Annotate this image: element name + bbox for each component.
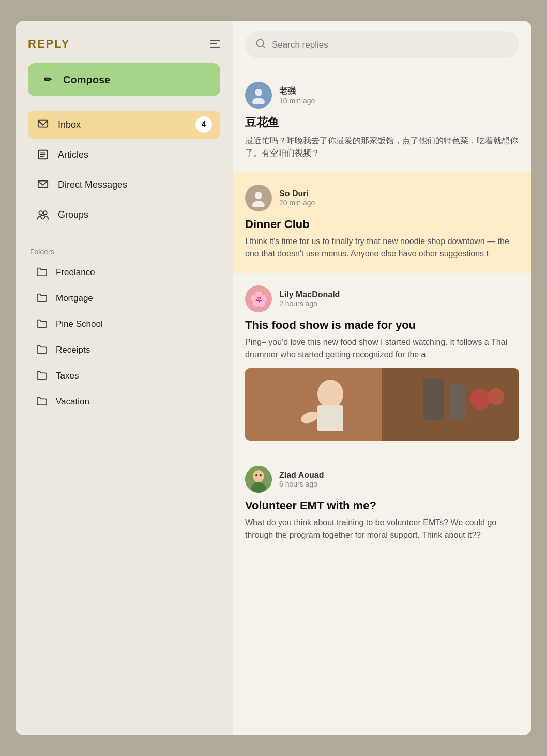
folder-icon	[36, 344, 48, 356]
sender-time: 6 hours ago	[279, 480, 324, 488]
svg-point-28	[260, 474, 262, 476]
search-input-wrap[interactable]	[245, 31, 519, 58]
svg-point-7	[43, 211, 47, 215]
folder-icon	[36, 370, 48, 382]
avatar	[245, 82, 272, 109]
svg-rect-18	[317, 405, 343, 431]
search-bar	[233, 21, 531, 69]
message-preview: What do you think about training to be v…	[245, 517, 519, 541]
sender-info: Lily MacDonald 2 hours ago	[279, 290, 340, 308]
svg-rect-21	[449, 384, 465, 420]
nav-list: Inbox 4 Articles	[28, 111, 220, 229]
message-image	[245, 368, 519, 441]
message-preview: I think it's time for us to finally try …	[245, 235, 519, 260]
inbox-icon	[36, 118, 50, 131]
app-logo: REPLY	[28, 37, 70, 51]
folder-freelance-label: Freelance	[56, 267, 95, 278]
sender-info: Ziad Aouad 6 hours ago	[279, 471, 324, 488]
svg-rect-20	[423, 379, 444, 420]
svg-point-22	[470, 389, 491, 410]
message-header: 🌸 Lily MacDonald 2 hours ago	[245, 285, 519, 312]
svg-point-26	[251, 482, 266, 493]
folder-icon	[36, 318, 48, 330]
inbox-label: Inbox	[58, 119, 81, 130]
svg-point-25	[253, 470, 264, 482]
compose-button[interactable]: ✏ Compose	[28, 63, 220, 96]
articles-icon	[36, 148, 50, 161]
folder-item-mortgage[interactable]: Mortgage	[28, 286, 220, 311]
articles-label: Articles	[58, 149, 88, 160]
folder-item-receipts[interactable]: Receipts	[28, 338, 220, 362]
folder-pine-school-label: Pine School	[56, 319, 103, 329]
message-preview: Ping– you'd love this new food show I st…	[245, 336, 519, 361]
sidebar: REPLY ✏ Compose Inbox 4	[16, 21, 233, 735]
sidebar-item-articles[interactable]: Articles	[28, 141, 220, 169]
message-preview: 最近忙吗？昨晚我去了你最爱的那家饭馆，点了他们的特色菜，吃着就想你了。有空咱们视…	[245, 134, 519, 159]
app-container: REPLY ✏ Compose Inbox 4	[0, 0, 547, 756]
pencil-icon: ✏	[40, 72, 55, 87]
sender-time: 20 min ago	[279, 199, 315, 207]
svg-point-17	[317, 380, 343, 409]
svg-point-6	[39, 211, 42, 215]
message-list: 老强 10 min ago 豆花鱼 最近忙吗？昨晚我去了你最爱的那家饭馆，点了他…	[233, 69, 531, 735]
sender-name: 老强	[279, 86, 315, 97]
sender-info: So Duri 20 min ago	[279, 189, 315, 207]
sender-time: 10 min ago	[279, 97, 315, 105]
folders-section: Folders Freelance Mortgage	[28, 239, 220, 414]
folder-icon	[36, 266, 48, 279]
folder-mortgage-label: Mortgage	[56, 293, 93, 304]
sidebar-item-groups[interactable]: Groups	[28, 201, 220, 229]
folder-icon	[36, 292, 48, 305]
compose-label: Compose	[63, 74, 110, 86]
svg-point-12	[255, 192, 262, 199]
folder-item-pine-school[interactable]: Pine School	[28, 312, 220, 337]
svg-point-23	[488, 388, 504, 405]
folders-heading: Folders	[28, 248, 220, 256]
svg-line-9	[263, 46, 265, 48]
groups-icon	[36, 208, 50, 221]
sender-name: Lily MacDonald	[279, 290, 340, 299]
message-title: This food show is made for you	[245, 319, 519, 332]
main-content: 老强 10 min ago 豆花鱼 最近忙吗？昨晚我去了你最爱的那家饭馆，点了他…	[233, 21, 531, 735]
svg-point-10	[255, 89, 262, 96]
sender-name: Ziad Aouad	[279, 471, 324, 480]
sender-name: So Duri	[279, 189, 315, 199]
message-title: 豆花鱼	[245, 115, 519, 130]
message-title: Volunteer EMT with me?	[245, 499, 519, 512]
folder-item-taxes[interactable]: Taxes	[28, 364, 220, 388]
svg-rect-15	[245, 368, 382, 441]
search-input[interactable]	[272, 40, 509, 50]
folder-item-vacation[interactable]: Vacation	[28, 389, 220, 414]
avatar: 🌸	[245, 285, 272, 312]
svg-point-27	[255, 474, 257, 476]
message-card[interactable]: 老强 10 min ago 豆花鱼 最近忙吗？昨晚我去了你最爱的那家饭馆，点了他…	[233, 69, 531, 172]
message-header: So Duri 20 min ago	[245, 185, 519, 211]
message-header: 老强 10 min ago	[245, 82, 519, 109]
direct-messages-icon	[36, 178, 50, 191]
hamburger-menu-icon[interactable]	[210, 40, 220, 48]
avatar	[245, 185, 272, 211]
message-image-content	[245, 368, 519, 441]
message-header: Ziad Aouad 6 hours ago	[245, 466, 519, 493]
folder-item-freelance[interactable]: Freelance	[28, 260, 220, 285]
inbox-badge: 4	[195, 116, 212, 133]
message-card[interactable]: So Duri 20 min ago Dinner Club I think i…	[233, 172, 531, 273]
folder-receipts-label: Receipts	[56, 345, 90, 355]
message-card[interactable]: 🌸 Lily MacDonald 2 hours ago This food s…	[233, 273, 531, 453]
message-title: Dinner Club	[245, 218, 519, 231]
svg-point-13	[252, 201, 265, 207]
folder-taxes-label: Taxes	[56, 371, 79, 381]
message-card[interactable]: Ziad Aouad 6 hours ago Volunteer EMT wit…	[233, 453, 531, 554]
sidebar-header: REPLY	[28, 37, 220, 51]
sender-time: 2 hours ago	[279, 299, 340, 308]
search-icon	[255, 38, 266, 51]
svg-point-11	[252, 98, 265, 104]
avatar	[245, 466, 272, 493]
sender-info: 老强 10 min ago	[279, 86, 315, 105]
sidebar-item-inbox[interactable]: Inbox 4	[28, 111, 220, 139]
groups-label: Groups	[58, 209, 88, 220]
folder-icon	[36, 396, 48, 408]
direct-messages-label: Direct Messages	[58, 179, 127, 190]
folder-vacation-label: Vacation	[56, 397, 89, 407]
sidebar-item-direct-messages[interactable]: Direct Messages	[28, 171, 220, 199]
